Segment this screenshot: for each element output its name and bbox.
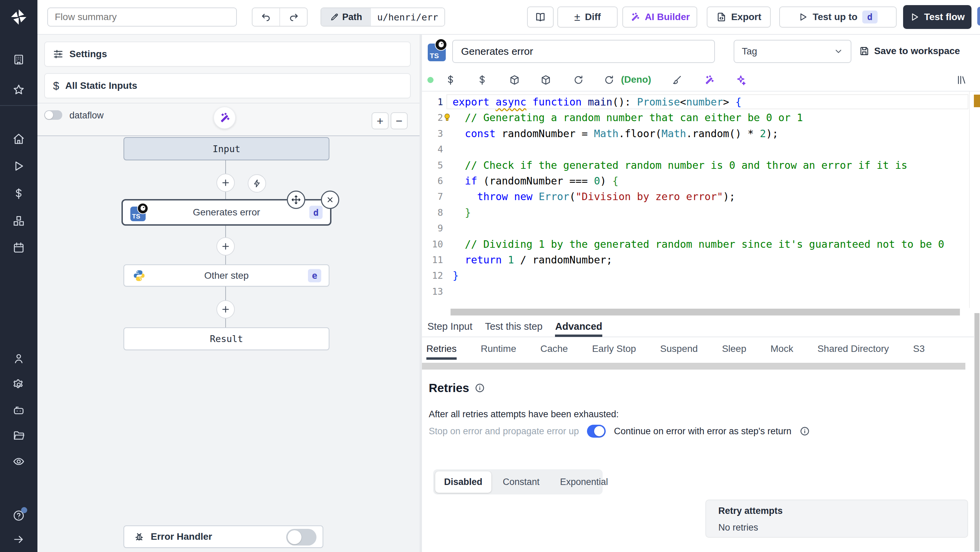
library-icon[interactable] <box>956 75 967 86</box>
tab-step-input[interactable]: Step Input <box>427 316 472 337</box>
move-step-handle[interactable] <box>287 191 305 209</box>
flow-node-other-step[interactable]: Other step e <box>124 264 329 286</box>
ai-flow-wand-button[interactable] <box>213 107 236 129</box>
tab-advanced[interactable]: Advanced <box>555 316 602 337</box>
tag-select[interactable]: Tag <box>733 40 851 63</box>
variables-dollar-icon[interactable] <box>13 188 25 200</box>
sidebar <box>0 0 37 552</box>
schedules-calendar-icon[interactable] <box>13 242 25 254</box>
runs-play-icon[interactable] <box>13 160 25 172</box>
stop-on-error-label[interactable]: Stop on error and propagate error up <box>429 426 579 437</box>
zoom-out-button[interactable]: − <box>391 112 408 129</box>
error-handler-card[interactable]: Error Handler <box>124 525 323 548</box>
subtab-s3[interactable]: S3 <box>913 338 924 360</box>
save-to-workspace-label: Save to workspace <box>874 46 960 56</box>
subtab-retries[interactable]: Retries <box>426 338 457 360</box>
subtab-runtime[interactable]: Runtime <box>481 338 516 360</box>
package-icon[interactable] <box>540 75 551 86</box>
resource-picker-icon[interactable] <box>477 75 488 86</box>
retry-mode-constant[interactable]: Constant <box>494 471 549 493</box>
ai-wand-icon[interactable] <box>704 75 714 86</box>
info-icon[interactable] <box>475 383 485 393</box>
flow-node-input[interactable]: Input <box>124 137 329 160</box>
settings-gear-icon[interactable] <box>13 379 25 391</box>
flow-settings-button[interactable]: Settings <box>44 41 411 67</box>
panel-splitter[interactable] <box>420 34 422 552</box>
windmill-logo-icon[interactable] <box>10 8 28 26</box>
variable-picker-icon[interactable] <box>445 75 456 86</box>
format-brush-icon[interactable] <box>671 75 682 86</box>
flow-summary-input[interactable] <box>47 8 237 27</box>
undo-button[interactable] <box>253 8 280 26</box>
add-step-button[interactable] <box>216 237 235 256</box>
all-static-inputs-label: All Static Inputs <box>65 80 137 91</box>
add-step-button[interactable] <box>216 300 235 318</box>
flow-node-result[interactable]: Result <box>124 328 329 350</box>
generates-error-node-label: Generates error <box>193 207 260 218</box>
ai-builder-button[interactable]: AI Builder <box>622 6 697 27</box>
plus-icon <box>221 242 231 251</box>
subtabs-scrollbar[interactable] <box>422 363 966 370</box>
reload-runtime-icon[interactable] <box>604 75 614 86</box>
flow-settings-label: Settings <box>69 49 107 60</box>
ai-builder-label: AI Builder <box>645 11 690 22</box>
continue-on-error-toggle[interactable] <box>587 425 606 437</box>
error-handler-toggle[interactable] <box>286 529 317 546</box>
runtime-label[interactable]: (Deno) <box>621 74 651 85</box>
subtab-mock[interactable]: Mock <box>770 338 793 360</box>
sparkles-icon[interactable] <box>735 75 746 86</box>
clipped-button-edge[interactable] <box>977 7 980 25</box>
export-button[interactable]: Export <box>707 6 771 27</box>
tab-test-this-step[interactable]: Test this step <box>485 316 542 337</box>
docs-button[interactable] <box>527 6 554 27</box>
other-step-node-label: Other step <box>204 270 249 281</box>
retry-mode-disabled[interactable]: Disabled <box>435 471 492 493</box>
package-icon[interactable] <box>509 75 520 86</box>
test-up-to-button[interactable]: Test up to d <box>779 6 897 27</box>
continue-on-error-label[interactable]: Continue on error with error as step's r… <box>614 426 791 437</box>
delete-step-button[interactable] <box>321 191 339 209</box>
test-flow-label: Test flow <box>924 11 965 22</box>
test-flow-button[interactable]: Test flow <box>903 5 972 29</box>
step-name-input[interactable] <box>452 40 715 63</box>
file-export-icon <box>716 12 727 22</box>
subtab-cache[interactable]: Cache <box>540 338 568 360</box>
zoom-in-button[interactable]: + <box>372 112 388 129</box>
user-icon[interactable] <box>13 353 25 365</box>
reload-icon[interactable] <box>573 75 584 86</box>
lightbulb-icon[interactable] <box>442 113 452 124</box>
status-dot-icon <box>427 77 434 83</box>
step-id-badge: e <box>308 269 321 282</box>
subtab-sleep[interactable]: Sleep <box>722 338 746 360</box>
plus-icon <box>221 305 231 314</box>
save-to-workspace-button[interactable]: Save to workspace <box>859 41 960 60</box>
workspace-icon[interactable] <box>13 53 25 66</box>
subtab-suspend[interactable]: Suspend <box>660 338 698 360</box>
subtab-early-stop[interactable]: Early Stop <box>592 338 636 360</box>
expand-sidebar-arrow-icon[interactable] <box>13 533 25 546</box>
resources-cubes-icon[interactable] <box>13 215 25 227</box>
path-button[interactable]: Path u/henri/err <box>321 8 445 27</box>
info-icon[interactable] <box>800 426 810 436</box>
sliders-icon <box>53 49 63 59</box>
play-icon <box>910 12 920 22</box>
code-editor[interactable]: 12345678910111213 export async function … <box>422 92 980 308</box>
workers-robot-icon[interactable] <box>13 404 25 417</box>
magic-wand-icon <box>630 12 640 22</box>
favorites-star-icon[interactable] <box>13 84 25 96</box>
trigger-button[interactable] <box>248 174 266 192</box>
add-step-button[interactable] <box>216 173 235 192</box>
close-icon <box>326 196 334 204</box>
all-static-inputs-button[interactable]: $ All Static Inputs <box>44 73 411 99</box>
code-horizontal-scrollbar[interactable] <box>422 308 980 316</box>
diff-button[interactable]: ± Diff <box>557 6 617 27</box>
audit-eye-icon[interactable] <box>13 455 25 468</box>
subtab-shared-directory[interactable]: Shared Directory <box>817 338 889 360</box>
dataflow-toggle[interactable] <box>44 110 62 120</box>
home-icon[interactable] <box>13 133 25 145</box>
redo-button[interactable] <box>280 8 307 26</box>
warning-marker <box>974 95 980 107</box>
retry-mode-exponential[interactable]: Exponential <box>551 471 617 493</box>
panel-vertical-scrollbar[interactable] <box>974 313 980 552</box>
folders-icon[interactable] <box>13 430 25 442</box>
